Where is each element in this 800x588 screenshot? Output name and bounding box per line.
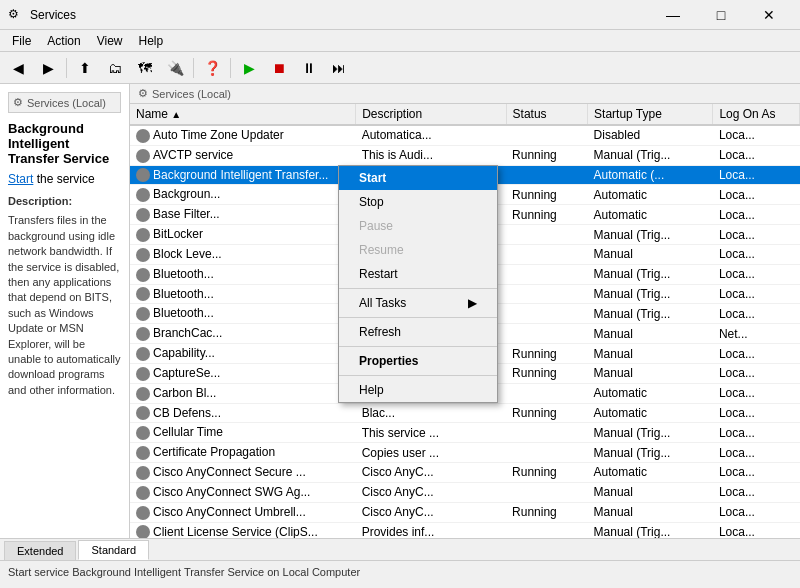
tb-sep3 — [230, 58, 231, 78]
ctx-separator — [339, 288, 497, 289]
cell-startup: Manual (Trig... — [588, 304, 713, 324]
table-row[interactable]: Cisco AnyConnect Secure ...Cisco AnyC...… — [130, 463, 800, 483]
cell-logon: Loca... — [713, 344, 800, 364]
cell-status — [506, 423, 587, 443]
ctx-item-all-tasks[interactable]: All Tasks▶ — [339, 291, 497, 315]
context-menu: StartStopPauseResumeRestartAll Tasks▶Ref… — [338, 165, 498, 403]
col-header-logon[interactable]: Log On As — [713, 104, 800, 125]
col-header-status[interactable]: Status — [506, 104, 587, 125]
cell-status: Running — [506, 363, 587, 383]
cell-name: Background Intelligent Transfer... — [130, 165, 356, 185]
link-suffix: the service — [33, 172, 94, 186]
cell-status: Running — [506, 145, 587, 165]
ctx-item-refresh[interactable]: Refresh — [339, 320, 497, 344]
cell-logon: Loca... — [713, 383, 800, 403]
table-row[interactable]: Cisco AnyConnect Umbrell...Cisco AnyC...… — [130, 502, 800, 522]
table-row[interactable]: Cisco AnyConnect SWG Ag...Cisco AnyC...M… — [130, 482, 800, 502]
cell-desc: Copies user ... — [356, 443, 506, 463]
cell-name: Cisco AnyConnect SWG Ag... — [130, 482, 356, 502]
ctx-item-start[interactable]: Start — [339, 166, 497, 190]
table-row[interactable]: CB Defens...Blac...RunningAutomaticLoca.… — [130, 403, 800, 423]
cell-startup: Manual — [588, 502, 713, 522]
table-row[interactable]: Certificate PropagationCopies user ...Ma… — [130, 443, 800, 463]
cell-logon: Loca... — [713, 185, 800, 205]
table-row[interactable]: Client License Service (ClipS...Provides… — [130, 522, 800, 538]
right-panel-icon: ⚙ — [138, 87, 148, 100]
tb-show-hide[interactable]: 🗂 — [101, 55, 129, 81]
table-row[interactable]: AVCTP serviceThis is Audi...RunningManua… — [130, 145, 800, 165]
cell-startup: Disabled — [588, 125, 713, 145]
tb-map[interactable]: 🗺 — [131, 55, 159, 81]
cell-logon: Loca... — [713, 482, 800, 502]
table-header-row: Name ▲ Description Status Startup Type L… — [130, 104, 800, 125]
ctx-item-help[interactable]: Help — [339, 378, 497, 402]
cell-name: Client License Service (ClipS... — [130, 522, 356, 538]
minimize-button[interactable]: — — [650, 0, 696, 30]
menu-help[interactable]: Help — [131, 32, 172, 50]
cell-name: AVCTP service — [130, 145, 356, 165]
menu-file[interactable]: File — [4, 32, 39, 50]
table-row[interactable]: Cellular TimeThis service ...Manual (Tri… — [130, 423, 800, 443]
ctx-item-properties[interactable]: Properties — [339, 349, 497, 373]
tb-disconnect[interactable]: 🔌 — [161, 55, 189, 81]
title-bar-icon: ⚙ — [8, 7, 24, 23]
tb-stop[interactable]: ⏹ — [265, 55, 293, 81]
cell-status — [506, 284, 587, 304]
cell-status — [506, 383, 587, 403]
title-bar-title: Services — [30, 8, 650, 22]
cell-name: Capability... — [130, 344, 356, 364]
col-header-description[interactable]: Description — [356, 104, 506, 125]
cell-status: Running — [506, 205, 587, 225]
cell-status: Running — [506, 344, 587, 364]
close-button[interactable]: ✕ — [746, 0, 792, 30]
tb-restart[interactable]: ⏭ — [325, 55, 353, 81]
cell-logon: Net... — [713, 324, 800, 344]
cell-name: Certificate Propagation — [130, 443, 356, 463]
ctx-item-resume: Resume — [339, 238, 497, 262]
ctx-item-restart[interactable]: Restart — [339, 262, 497, 286]
col-header-startup[interactable]: Startup Type — [588, 104, 713, 125]
cell-logon: Loca... — [713, 145, 800, 165]
table-row[interactable]: Auto Time Zone UpdaterAutomatica...Disab… — [130, 125, 800, 145]
tab-standard[interactable]: Standard — [78, 540, 149, 560]
cell-startup: Manual — [588, 324, 713, 344]
menu-action[interactable]: Action — [39, 32, 88, 50]
cell-startup: Automatic — [588, 205, 713, 225]
cell-logon: Loca... — [713, 463, 800, 483]
right-panel-title: Services (Local) — [152, 88, 231, 100]
tb-up[interactable]: ⬆ — [71, 55, 99, 81]
tab-extended[interactable]: Extended — [4, 541, 76, 560]
tb-back[interactable]: ◀ — [4, 55, 32, 81]
tb-pause[interactable]: ⏸ — [295, 55, 323, 81]
cell-name: Bluetooth... — [130, 304, 356, 324]
cell-status — [506, 324, 587, 344]
col-header-name[interactable]: Name ▲ — [130, 104, 356, 125]
cell-desc: Cisco AnyC... — [356, 463, 506, 483]
selected-service-name: Background Intelligent Transfer Service — [8, 121, 121, 166]
cell-startup: Manual (Trig... — [588, 284, 713, 304]
cell-startup: Manual — [588, 244, 713, 264]
cell-status — [506, 225, 587, 245]
title-bar: ⚙ Services — □ ✕ — [0, 0, 800, 30]
ctx-separator — [339, 375, 497, 376]
tb-play[interactable]: ▶ — [235, 55, 263, 81]
cell-logon: Loca... — [713, 304, 800, 324]
cell-desc: Cisco AnyC... — [356, 502, 506, 522]
right-panel-header: ⚙ Services (Local) — [130, 84, 800, 104]
ctx-item-stop[interactable]: Stop — [339, 190, 497, 214]
ctx-separator — [339, 317, 497, 318]
ctx-item-pause: Pause — [339, 214, 497, 238]
cell-desc: Cisco AnyC... — [356, 482, 506, 502]
tab-bar: Extended Standard — [0, 538, 800, 560]
start-service-link[interactable]: Start — [8, 172, 33, 186]
ctx-separator — [339, 346, 497, 347]
cell-logon: Loca... — [713, 165, 800, 185]
cell-status — [506, 165, 587, 185]
maximize-button[interactable]: □ — [698, 0, 744, 30]
cell-status — [506, 125, 587, 145]
cell-name: CaptureSe... — [130, 363, 356, 383]
menu-view[interactable]: View — [89, 32, 131, 50]
tb-help[interactable]: ❓ — [198, 55, 226, 81]
tb-sep2 — [193, 58, 194, 78]
tb-forward[interactable]: ▶ — [34, 55, 62, 81]
